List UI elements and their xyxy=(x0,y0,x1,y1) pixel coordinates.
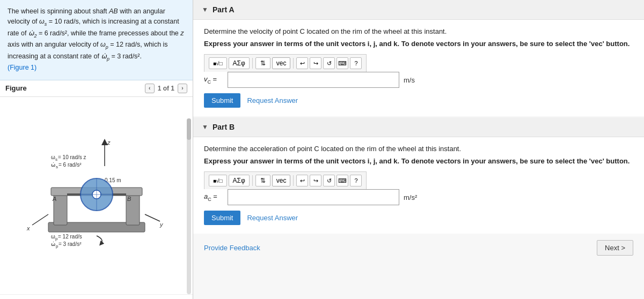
problem-statement: The wheel is spinning about shaft AB wit… xyxy=(0,0,193,80)
svg-text:y: y xyxy=(159,221,164,228)
part-b-button-row: Submit Request Answer xyxy=(204,211,633,225)
svg-text:= 6 rad/s²: = 6 rad/s² xyxy=(58,162,82,168)
next-button[interactable]: Next > xyxy=(597,240,633,256)
vec-btn-a[interactable]: vec xyxy=(272,57,291,69)
svg-text:ω̇: ω̇ xyxy=(51,162,55,168)
part-b-label: Part B xyxy=(213,123,235,131)
figure-link[interactable]: (Figure 1) xyxy=(8,64,36,71)
refresh-btn-a[interactable]: ↺ xyxy=(323,57,335,69)
sigma-btn-a[interactable]: ΑΣφ xyxy=(229,57,250,69)
part-b-toolbar: ■√□ ΑΣφ ⇅ vec ↩ ↪ ↺ ⌨ ? xyxy=(204,171,367,189)
svg-text:= 10 rad/s  z: = 10 rad/s z xyxy=(58,154,86,160)
toolbar-divider-b1 xyxy=(252,175,253,186)
right-panel: ▼ Part A Determine the velocity of point… xyxy=(193,0,644,299)
part-b-unit: m/s² xyxy=(404,193,417,201)
part-b-question: Determine the acceleration of point C lo… xyxy=(204,145,633,153)
part-a-label: Part A xyxy=(213,5,235,14)
part-a-collapse-arrow[interactable]: ▼ xyxy=(202,6,208,13)
svg-line-20 xyxy=(32,214,48,225)
toolbar-divider-a2 xyxy=(293,58,294,69)
refresh-btn-b[interactable]: ↺ xyxy=(323,175,335,186)
part-b-body: Determine the acceleration of point C lo… xyxy=(193,137,644,234)
svg-text:A: A xyxy=(52,196,56,202)
part-a-request-link[interactable]: Request Answer xyxy=(247,96,298,104)
part-a-button-row: Submit Request Answer xyxy=(204,93,633,108)
toolbar-divider-a1 xyxy=(252,58,253,69)
part-b-answer-label: aC = xyxy=(204,192,223,202)
part-b-submit-btn[interactable]: Submit xyxy=(204,211,240,225)
redo-btn-b[interactable]: ↪ xyxy=(310,175,321,186)
part-a-section: ▼ Part A Determine the velocity of point… xyxy=(193,0,644,116)
figure-label: Figure xyxy=(5,84,27,92)
svg-text:= 3 rad/s²: = 3 rad/s² xyxy=(58,241,82,247)
prev-figure-arrow[interactable]: ‹ xyxy=(145,84,155,93)
pipe-btn-a[interactable]: ⇅ xyxy=(255,57,270,69)
svg-text:s: s xyxy=(55,157,57,162)
undo-btn-a[interactable]: ↩ xyxy=(296,57,308,69)
svg-text:z: z xyxy=(107,139,111,146)
part-a-answer-label: vC = xyxy=(204,75,223,85)
help-btn-b[interactable]: ? xyxy=(350,175,362,186)
part-a-toolbar: ■√□ ΑΣφ ⇅ vec ↩ ↪ ↺ ⌨ ? xyxy=(204,54,367,72)
next-figure-arrow[interactable]: › xyxy=(178,84,187,93)
redo-btn-a[interactable]: ↪ xyxy=(310,57,321,69)
keyboard-btn-b[interactable]: ⌨ xyxy=(336,175,348,186)
undo-btn-b[interactable]: ↩ xyxy=(296,175,308,186)
figure-content: z ω s = 10 rad/s z ω̇ s = 6 rad/s² 0.15 … xyxy=(0,97,193,295)
vec-btn-b[interactable]: vec xyxy=(272,175,291,186)
figure-header: Figure ‹ 1 of 1 › xyxy=(0,80,193,97)
part-a-body: Determine the velocity of point C locate… xyxy=(193,20,644,116)
provide-feedback-link[interactable]: Provide Feedback xyxy=(204,244,260,252)
svg-text:= 12 rad/s: = 12 rad/s xyxy=(58,234,82,240)
svg-line-22 xyxy=(145,214,160,221)
sigma-btn-b[interactable]: ΑΣφ xyxy=(229,175,250,186)
part-b-collapse-arrow[interactable]: ▼ xyxy=(202,123,208,131)
toolbar-divider-b2 xyxy=(293,175,294,186)
part-b-header: ▼ Part B xyxy=(193,117,644,137)
svg-text:B: B xyxy=(127,196,131,202)
footer-bar: Provide Feedback Next > xyxy=(193,235,644,261)
part-b-section: ▼ Part B Determine the acceleration of p… xyxy=(193,117,644,234)
part-a-express: Express your answer in terms of the unit… xyxy=(204,40,633,48)
scroll-down-arrow[interactable]: ▼ xyxy=(0,294,193,299)
svg-text:s: s xyxy=(56,165,58,169)
matrix-btn-a[interactable]: ■√□ xyxy=(209,57,227,69)
svg-text:x: x xyxy=(26,225,30,231)
part-b-answer-input[interactable] xyxy=(228,189,399,205)
svg-text:ω: ω xyxy=(51,234,55,240)
part-a-question: Determine the velocity of point C locate… xyxy=(204,27,633,35)
figure-counter: 1 of 1 xyxy=(158,85,174,92)
part-b-answer-row: aC = m/s² xyxy=(204,189,633,205)
svg-text:ω̇: ω̇ xyxy=(51,241,55,247)
part-a-answer-row: vC = m/s xyxy=(204,72,633,88)
figure-nav: ‹ 1 of 1 › xyxy=(145,84,187,93)
help-btn-a[interactable]: ? xyxy=(350,57,362,69)
keyboard-btn-a[interactable]: ⌨ xyxy=(336,57,348,69)
part-b-request-link[interactable]: Request Answer xyxy=(247,214,298,222)
pipe-btn-b[interactable]: ⇅ xyxy=(255,175,270,186)
part-a-submit-btn[interactable]: Submit xyxy=(204,93,240,108)
part-b-express: Express your answer in terms of the unit… xyxy=(204,157,633,165)
svg-text:ω: ω xyxy=(51,154,55,160)
part-a-unit: m/s xyxy=(404,76,415,84)
figure-area: Figure ‹ 1 of 1 › z ω s = 10 rad/s z xyxy=(0,80,193,300)
left-panel: The wheel is spinning about shaft AB wit… xyxy=(0,0,193,299)
figure-svg: z ω s = 10 rad/s z ω̇ s = 6 rad/s² 0.15 … xyxy=(21,137,172,255)
scroll-bar[interactable] xyxy=(186,118,192,295)
part-a-answer-input[interactable] xyxy=(228,72,399,88)
part-a-header: ▼ Part A xyxy=(193,0,644,20)
matrix-btn-b[interactable]: ■√□ xyxy=(209,175,227,186)
